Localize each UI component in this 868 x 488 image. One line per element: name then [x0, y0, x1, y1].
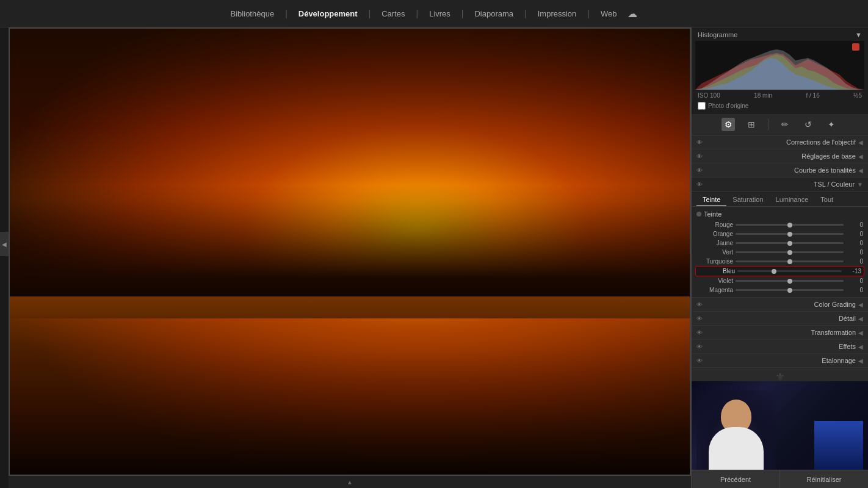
left-panel-toggle[interactable]: ◀ — [0, 232, 9, 256]
panel-corrections-label: Corrections de l'objectif — [706, 138, 856, 146]
slider-label-rouge: Rouge — [696, 221, 733, 228]
tools-row: ⚙ ⊞ ✏ ↺ ✦ — [692, 114, 868, 135]
panels-list: 👁 Corrections de l'objectif ◀ 👁 Réglages… — [692, 135, 868, 381]
webcam-section — [692, 381, 868, 470]
tsl-panel-header[interactable]: 👁 TSL / Couleur ▼ — [692, 178, 868, 192]
photo-origin-checkbox[interactable] — [698, 102, 706, 110]
eye-icon-detail: 👁 — [696, 315, 703, 322]
tool-sep-1 — [768, 119, 769, 130]
histogram-header: Histogramme ▼ — [694, 30, 866, 40]
histogram-alert — [852, 43, 859, 51]
slider-track-bleu[interactable] — [737, 270, 842, 272]
slider-label-orange: Orange — [696, 231, 733, 237]
slider-track-rouge[interactable] — [736, 224, 844, 226]
slider-thumb-orange[interactable] — [787, 232, 792, 237]
nav-bibliotheque[interactable]: Bibliothèque — [231, 9, 275, 18]
photo-canvas — [9, 27, 691, 476]
slider-label-violet: Violet — [696, 278, 733, 284]
slider-row-bleu: Bleu -13 — [695, 266, 864, 276]
panel-courbe-arrow: ◀ — [858, 167, 863, 174]
tab-teinte[interactable]: Teinte — [696, 194, 726, 206]
slider-track-turquoise[interactable] — [736, 260, 844, 262]
slider-value-violet: 0 — [846, 278, 863, 284]
slider-thumb-jaune[interactable] — [787, 241, 792, 246]
adjust-tool-icon[interactable]: ⚙ — [722, 118, 735, 131]
tsl-tabs: Teinte Saturation Luminance Tout — [692, 192, 868, 207]
slider-track-orange[interactable] — [736, 233, 844, 235]
photo-origin-checkbox-row[interactable]: Photo d'origine — [694, 100, 866, 112]
meta-aperture: f / 16 — [806, 92, 819, 99]
histogram-title: Histogramme — [698, 31, 737, 38]
slider-row-jaune: Jaune 0 — [695, 239, 864, 248]
photo-origin-label: Photo d'origine — [708, 102, 748, 109]
brush-tool-icon[interactable]: ✏ — [778, 118, 792, 131]
panel-detail-label: Détail — [706, 315, 856, 322]
slider-track-magenta[interactable] — [736, 289, 844, 291]
slider-value-jaune: 0 — [846, 240, 863, 246]
webcam-person — [696, 390, 776, 470]
panel-detail[interactable]: 👁 Détail ◀ — [692, 312, 868, 326]
slider-thumb-rouge[interactable] — [787, 223, 792, 228]
reset-button[interactable]: Réinitialiser — [779, 470, 868, 488]
panel-courbe[interactable]: 👁 Courbe des tonalités ◀ — [692, 163, 868, 178]
webcam-room — [814, 421, 863, 470]
panel-etalonnage-label: Etalonnage — [706, 357, 856, 364]
slider-thumb-turquoise[interactable] — [787, 259, 792, 264]
slider-label-turquoise: Turquoise — [696, 258, 733, 265]
panel-effets-label: Effets — [706, 343, 856, 350]
eye-icon-color-grading: 👁 — [696, 301, 703, 308]
slider-thumb-magenta[interactable] — [787, 288, 792, 293]
photo-background — [10, 29, 690, 475]
eye-icon-reglages: 👁 — [696, 153, 703, 160]
slider-label-magenta: Magenta — [696, 287, 733, 293]
tab-luminance[interactable]: Luminance — [770, 194, 815, 206]
eye-icon-courbe: 👁 — [696, 167, 703, 174]
panel-effets[interactable]: 👁 Effets ◀ — [692, 340, 868, 354]
slider-thumb-bleu[interactable] — [772, 269, 776, 274]
tab-saturation[interactable]: Saturation — [726, 194, 769, 206]
slider-track-jaune[interactable] — [736, 242, 844, 244]
cloud-icon: ☁ — [627, 8, 637, 20]
panel-courbe-label: Courbe des tonalités — [706, 167, 856, 174]
nav-sep-3: | — [416, 9, 419, 18]
right-panel: Histogramme ▼ ISO 100 18 min f / 16 ½5 — [691, 27, 868, 488]
slider-row-turquoise: Turquoise 0 — [695, 257, 864, 266]
panel-corrections[interactable]: 👁 Corrections de l'objectif ◀ — [692, 135, 868, 149]
panel-transformation-arrow: ◀ — [858, 329, 863, 336]
heal-tool-icon[interactable]: ↺ — [801, 118, 815, 131]
slider-thumb-vert[interactable] — [787, 250, 792, 255]
left-arrow-icon: ◀ — [2, 241, 7, 248]
filmstrip-toggle[interactable]: ▲ — [9, 476, 691, 488]
slider-row-violet: Violet 0 — [695, 276, 864, 285]
panel-transformation-label: Transformation — [706, 329, 856, 336]
nav-impression[interactable]: Impression — [538, 9, 577, 18]
slider-track-vert[interactable] — [736, 251, 844, 253]
panel-reglages-label: Réglages de base — [706, 152, 856, 160]
panel-color-grading-label: Color Grading — [706, 301, 856, 308]
panel-reglages[interactable]: 👁 Réglages de base ◀ — [692, 149, 868, 163]
meta-iso: ISO 100 — [698, 92, 720, 99]
prev-button[interactable]: Précédent — [692, 470, 779, 488]
slider-thumb-violet[interactable] — [787, 279, 792, 284]
nav-diaporama[interactable]: Diaporama — [474, 9, 513, 18]
nav-cartes[interactable]: Cartes — [382, 9, 405, 18]
slider-track-violet[interactable] — [736, 280, 844, 282]
panel-reglages-arrow: ◀ — [858, 153, 863, 160]
tab-tout[interactable]: Tout — [814, 194, 839, 206]
panel-etalonnage[interactable]: 👁 Etalonnage ◀ — [692, 354, 868, 368]
nav-developpement[interactable]: Développement — [298, 9, 358, 18]
histogram-meta: ISO 100 18 min f / 16 ½5 — [694, 91, 866, 100]
histogram-svg — [695, 41, 864, 90]
settings-tool-icon[interactable]: ✦ — [825, 118, 838, 131]
slider-value-rouge: 0 — [846, 221, 863, 228]
crop-tool-icon[interactable]: ⊞ — [745, 118, 758, 131]
nav-livres[interactable]: Livres — [429, 9, 450, 18]
tsl-arrow: ▼ — [857, 181, 863, 188]
decorative-ornament: ⚜ — [692, 368, 868, 381]
slider-row-orange: Orange 0 — [695, 229, 864, 239]
tsl-label: TSL / Couleur — [706, 181, 855, 188]
panel-color-grading[interactable]: 👁 Color Grading ◀ — [692, 298, 868, 312]
nav-web[interactable]: Web — [601, 9, 617, 18]
panel-transformation[interactable]: 👁 Transformation ◀ — [692, 326, 868, 340]
eye-icon-effets: 👁 — [696, 343, 703, 350]
